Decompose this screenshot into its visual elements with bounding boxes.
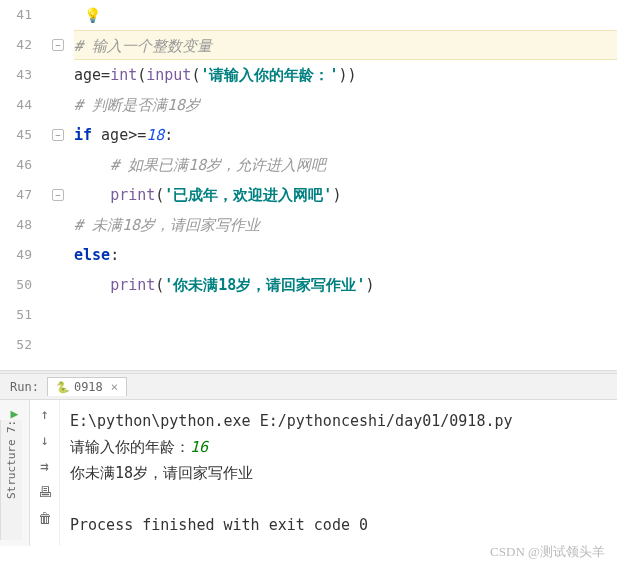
run-tab-name: 0918 (74, 380, 103, 394)
code-line[interactable]: print('你未满18岁，请回家写作业') (74, 270, 617, 300)
line-number: 50 (0, 270, 32, 300)
line-number: 41 (0, 0, 32, 30)
code-line[interactable]: print('已成年，欢迎进入网吧') (74, 180, 617, 210)
code-line[interactable]: if age>=18: (74, 120, 617, 150)
fold-column: −−− (50, 0, 70, 370)
console-line: 你未满18岁，请回家写作业 (70, 460, 607, 486)
code-line[interactable] (74, 300, 617, 330)
structure-num: 7: (5, 420, 18, 433)
intention-bulb-icon[interactable]: 💡 (84, 7, 101, 23)
code-line[interactable]: age=int(input('请输入你的年龄：')) (74, 60, 617, 90)
line-number: 48 (0, 210, 32, 240)
code-line[interactable]: # 判断是否满18岁 (74, 90, 617, 120)
run-panel-header: Run: 🐍 0918 × (0, 374, 617, 400)
code-line[interactable]: # 输入一个整数变量 (74, 30, 617, 60)
line-number: 46 (0, 150, 32, 180)
code-line[interactable]: 💡 (74, 0, 617, 30)
console-output[interactable]: E:\python\python.exe E:/pythonceshi/day0… (60, 400, 617, 546)
line-gutter: 414243444546474849505152 (0, 0, 50, 370)
code-line[interactable]: else: (74, 240, 617, 270)
watermark: CSDN @测试领头羊 (490, 543, 605, 561)
run-tab[interactable]: 🐍 0918 × (47, 377, 127, 396)
run-label: Run: (10, 380, 39, 394)
line-number: 42 (0, 30, 32, 60)
line-number: 51 (0, 300, 32, 330)
line-number: 45 (0, 120, 32, 150)
fold-toggle-icon[interactable]: − (52, 129, 64, 141)
line-number: 43 (0, 60, 32, 90)
line-number: 49 (0, 240, 32, 270)
code-line[interactable]: # 如果已满18岁，允许进入网吧 (74, 150, 617, 180)
rerun-icon[interactable]: ▶ (11, 406, 19, 421)
console-line: 请输入你的年龄：16 (70, 434, 607, 460)
code-line[interactable] (74, 330, 617, 360)
up-icon[interactable]: ↑ (40, 406, 48, 422)
line-number: 47 (0, 180, 32, 210)
run-toolbar-secondary: ↑ ↓ ⇉ 🖶 🗑 (30, 400, 60, 546)
print-icon[interactable]: 🖶 (38, 484, 52, 500)
python-icon: 🐍 (56, 381, 70, 394)
line-number: 44 (0, 90, 32, 120)
console-exit: Process finished with exit code 0 (70, 512, 607, 538)
line-number: 52 (0, 330, 32, 360)
close-icon[interactable]: × (111, 380, 118, 394)
trash-icon[interactable]: 🗑 (38, 510, 52, 526)
fold-toggle-icon[interactable]: − (52, 39, 64, 51)
structure-label: Structure (5, 439, 18, 499)
structure-tool-button[interactable]: Structure 7: (0, 420, 22, 540)
code-editor[interactable]: 414243444546474849505152 −−− 💡# 输入一个整数变量… (0, 0, 617, 370)
down-icon[interactable]: ↓ (40, 432, 48, 448)
code-line[interactable]: # 未满18岁，请回家写作业 (74, 210, 617, 240)
fold-end-icon[interactable]: − (52, 189, 64, 201)
console-cmd: E:\python\python.exe E:/pythonceshi/day0… (70, 408, 607, 434)
wrap-icon[interactable]: ⇉ (40, 458, 48, 474)
code-area[interactable]: 💡# 输入一个整数变量age=int(input('请输入你的年龄：'))# 判… (70, 0, 617, 370)
